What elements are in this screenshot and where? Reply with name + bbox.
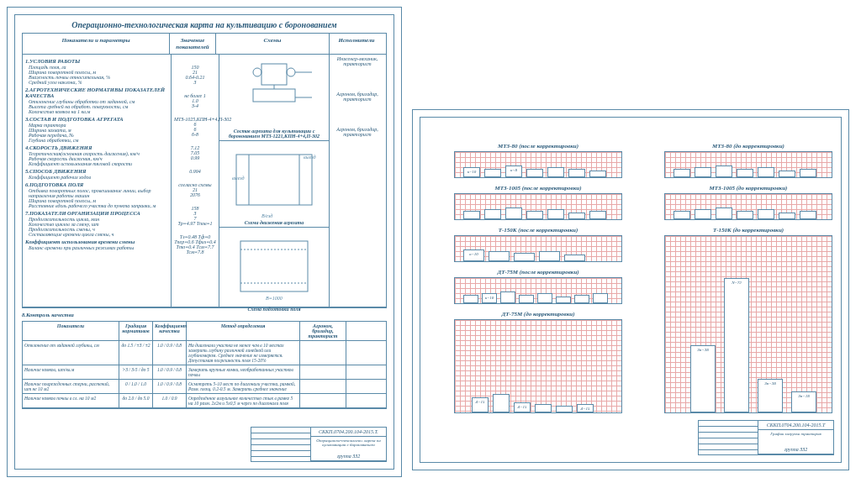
param-column: 1.УСЛОВИЯ РАБОТЫПлощадь поля, гаШирина п… (23, 55, 172, 307)
table-header-row: Показатели и параметры Значение показате… (23, 34, 386, 55)
param-name: Средний угол наклона, % (29, 80, 168, 85)
qc-cell: 1.0 / 0.9 (153, 394, 187, 407)
hdr-scheme: Схемы (216, 34, 330, 54)
chart-bar: к=10 (463, 167, 480, 177)
chart-title: МТЗ-1005 (до корректировки) (664, 185, 832, 192)
qc-row: Наличие комков почвы в сл. на 10 м2до 2.… (23, 394, 386, 408)
frame: Операционно-технологическая карта на кул… (14, 14, 394, 470)
chart-block: ДТ-75М (после корректировки)к=10 (454, 269, 622, 304)
chart-block: Т-150К (после корректировки)к=10 (454, 227, 622, 262)
qc-cell: Осмотреть 5-10 мест по диагонали участка… (187, 380, 300, 393)
chart-bar (673, 211, 690, 219)
bar-label: Зп=38 (691, 348, 715, 352)
chart-bar (589, 211, 606, 219)
qc-h5: Агроном, бригадир, тракторист (300, 322, 346, 340)
chart-bar: 4=15 (472, 397, 489, 412)
stamp-right: СККП.0704.200.104-2015.Т. Операционно-те… (311, 428, 386, 461)
chart-bar (514, 253, 535, 261)
exec-value: Агроном, бригадир, тракторист (332, 127, 383, 137)
svg-text:выезд: выезд (232, 176, 245, 181)
aggregate-diagram (219, 55, 329, 140)
stamp-group-2: группа 332 (758, 445, 833, 454)
chart-block: МТЗ-1005 (до корректировки) (664, 185, 832, 220)
bar-label: к=10 (464, 170, 479, 174)
param-value: 0.994 (174, 169, 216, 174)
table-body: 1.УСЛОВИЯ РАБОТЫПлощадь поля, гаШирина п… (23, 55, 386, 307)
scheme-field-prep: B=1000 Схема подготовки поля (219, 228, 329, 313)
param-value: 6-8 (174, 132, 216, 137)
exec-column: Инженер-механик, трактористАгроном, бриг… (330, 55, 385, 307)
chart-bar (673, 169, 690, 177)
bar-label: к=10 (464, 252, 483, 256)
section-head: 6.ПОДГОТОВКА ПОЛЯ (25, 181, 168, 187)
qc-cell: >3 / 3-5 / до 5 (119, 365, 153, 379)
chart-bar: Зп=18 (791, 391, 816, 412)
exec-value: Инженер-механик, тракторист (332, 56, 383, 66)
chart-bar (695, 209, 711, 219)
svg-point-2 (253, 68, 261, 76)
hdr-value: Значение показателей (170, 34, 216, 54)
svg-rect-7 (236, 155, 312, 205)
svg-text:B=1000: B=1000 (266, 296, 283, 301)
hdr-param: Показатели и параметры (23, 34, 170, 54)
stamp-right-2: СККП.0704.200.104-2015.Т График загрузки… (758, 421, 833, 454)
chart-bar (526, 169, 543, 177)
chart-grid: к=10к=8 (454, 151, 622, 178)
qc-h4: Метод определения (187, 322, 300, 340)
chart-bar (800, 211, 816, 219)
chart-bar: к=10 (482, 293, 497, 303)
qc-h2: Градация нормативов (119, 322, 153, 340)
chart-bar: к=8 (505, 165, 522, 177)
svg-rect-1 (253, 89, 295, 102)
chart-title: Т-150К (после корректировки) (454, 227, 622, 234)
qc-cell: 1.0 / 0.9 / 0.8 (153, 341, 187, 365)
chart-title: ДТ-75М (после корректировки) (454, 269, 622, 276)
chart-bar (800, 169, 816, 177)
param-value: 3 (174, 80, 216, 85)
qc-cell: 1.0 / 0.9 / 0.8 (153, 380, 187, 393)
chart-bar (519, 295, 534, 303)
movement-diagram: выезд выезд B/езд (219, 141, 329, 227)
qc-header: Показатели Градация нормативов Коэффицие… (23, 322, 386, 341)
qc-row: Отклонение от заданной глубины, смдо 1.5… (23, 341, 386, 365)
chart-bar (556, 297, 571, 303)
chart-title: МТЗ-80 (после корректировки) (454, 143, 622, 150)
chart-block: МТЗ-80 (после корректировки)к=10к=8 (454, 143, 622, 178)
bar-label: N=72 (725, 281, 748, 285)
param-name: Коэффициент использования тяговой скорос… (29, 161, 168, 166)
main-table: Показатели и параметры Значение показате… (22, 33, 387, 308)
qc-cell: Определённое визуальное количество стык … (187, 394, 300, 407)
qc-cell: Замерить крупные комки, необработанных у… (187, 365, 300, 379)
stamp-sign-grid (251, 428, 311, 461)
chart-block: ДТ-75М (до корректировки)4=154=154=15 (454, 311, 622, 413)
chart-bar (547, 209, 564, 219)
section-head: 1.УСЛОВИЯ РАБОТЫ (25, 58, 168, 64)
qc-row: Наличие поврежденных стерни, растений, ш… (23, 380, 386, 394)
chart-bar: 4=15 (514, 402, 531, 412)
scheme-label-mid: Схема движения агрегата (219, 220, 329, 225)
qc-cell: до 1.5 / ±3 / ±2 (119, 341, 153, 365)
chart-bar (716, 165, 732, 177)
param-name: Коэффициент рабочих ходов (29, 175, 168, 180)
stamp-name-1: Операционно-технологич. карта на культив… (311, 437, 386, 452)
bar-label: Зп=38 (758, 381, 782, 386)
section-head: 3.СОСТАВ И ПОДГОТОВКА АГРЕГАТА (25, 116, 168, 122)
chart-title: МТЗ-1005 (после корректировки) (454, 185, 622, 192)
chart-bar (574, 295, 589, 303)
scheme-movement: выезд выезд B/езд Схема движения агрегат… (219, 141, 329, 228)
chart-bar (484, 209, 501, 219)
chart-grid: Зп=38N=72Зп=38Зп=18 (664, 235, 832, 413)
chart-grid: к=10 (454, 277, 622, 304)
chart-bar (568, 213, 585, 219)
stamp-sign-grid-2 (699, 421, 758, 454)
chart-bar (589, 171, 606, 177)
chart-bar (463, 211, 480, 219)
chart-bar: Зп=38 (758, 379, 783, 412)
qc-table: Показатели Градация нормативов Коэффицие… (22, 321, 387, 409)
chart-grid: к=10 (454, 235, 622, 262)
drawing-sheet-2: СККП.0704.200.104-2015.Т График загрузки… (412, 109, 849, 470)
chart-grid (664, 193, 832, 220)
svg-text:выезд: выезд (304, 155, 316, 160)
title-block-2: СККП.0704.200.104-2015.Т График загрузки… (698, 420, 834, 455)
chart-title: Т-150К (до корректировки) (664, 227, 832, 234)
